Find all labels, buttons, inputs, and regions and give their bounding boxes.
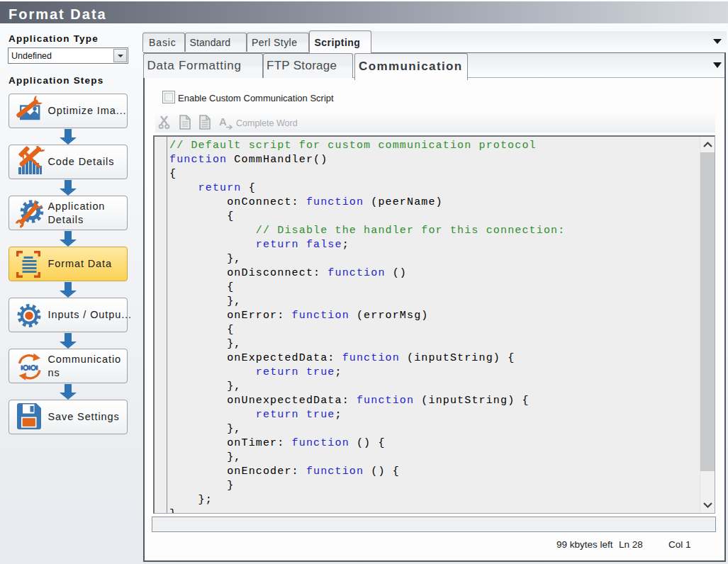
svg-text:A: A	[219, 115, 227, 128]
